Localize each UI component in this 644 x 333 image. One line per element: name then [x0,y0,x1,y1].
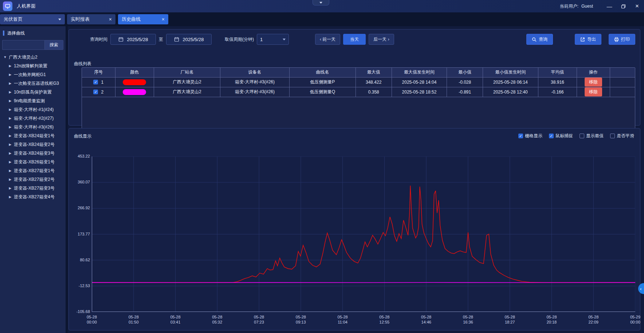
export-button[interactable]: 导出 [575,34,601,45]
close-button[interactable]: × [630,0,644,12]
tree-node[interactable]: ▶一次舱并网柜G1 [0,70,66,79]
caret-right-icon: ▶ [8,82,12,85]
checkbox[interactable]: ✓ [93,80,98,84]
cell-min: -0.028 [447,77,483,87]
chevron-right-icon: › [388,37,389,42]
tree-node-label: 逆变器-XB27箱变2号 [14,177,55,183]
column-header: 操作 [577,68,610,77]
calendar-icon [118,37,123,42]
column-header: 曲线名 [289,68,356,77]
tab-pv-home[interactable]: 光伏首页 [0,14,65,24]
search-input[interactable] [2,40,44,50]
chart-option-label: 是否平滑 [617,133,634,139]
checkbox[interactable] [610,134,615,138]
tree-node-label: 箱变-大坪村-#3(#26) [14,124,54,130]
remove-button[interactable]: 移除 [585,78,602,87]
x-axis-tick-label: 05-2816:36 [455,314,481,325]
y-axis-tick-label: 173.77 [70,232,90,236]
caret-right-icon: ▶ [8,178,12,181]
next-day-button[interactable]: 后一天 › [369,34,394,45]
tree-node[interactable]: ▶箱变-大坪村-#2(#27) [0,114,66,123]
column-header: 厂站名 [154,68,220,77]
query-time-label: 查询时间 [90,36,107,43]
tree-node-root[interactable]: ▼广西大塘灵山2 [0,53,66,62]
tree-node[interactable]: ▶10n防孤岛保护装置 [0,88,66,96]
caret-right-icon: ▶ [8,64,12,68]
tree-node[interactable]: ▶逆变器-XB27箱变3号 [0,184,66,193]
caret-right-icon: ▶ [8,169,12,173]
remove-button[interactable]: 移除 [585,87,602,96]
query-toolbar: 查询时间 2025/5/28 至 2025/5/28 取值周期(分钟) 1 ‹ … [69,34,635,45]
caret-right-icon: ▶ [8,186,12,190]
close-icon[interactable]: × [109,16,112,22]
checkbox[interactable]: ✓ [549,134,554,138]
caret-right-icon: ▶ [8,160,12,164]
restore-button[interactable] [616,0,630,12]
chart-option[interactable]: 是否平滑 [610,133,634,139]
search-icon [532,37,537,42]
caret-right-icon: ▶ [8,151,12,155]
date-to-input[interactable]: 2025/5/28 [166,34,212,45]
current-user: 当前用户:Guest [560,3,593,9]
tree-node[interactable]: ▶箱变-大坪村-#3(#26) [0,123,66,131]
x-axis-tick-label: 05-2809:13 [288,314,314,325]
y-axis-tick-label: -12.53 [70,284,90,288]
minimize-button[interactable]: — [602,0,616,12]
prev-day-button[interactable]: ‹ 前一天 [315,34,340,45]
chart-option-label: 鼠标捕捉 [555,133,573,139]
search-button[interactable]: 搜索 [44,40,63,50]
cell-filler [610,77,635,87]
curve-display-panel: 曲线显示 ✓栅格显示✓鼠标捕捉显示最值是否平滑 453.22360.07266.… [68,128,640,330]
chart-option[interactable]: ✓栅格显示 [518,133,542,139]
tree-node[interactable]: ▶逆变器-XB27箱变2号 [0,175,66,184]
tab-history-curve[interactable]: 历史曲线 × [118,14,168,24]
x-axis-tick-label: 05-2812:55 [371,314,397,325]
date-from-input[interactable]: 2025/5/28 [110,34,156,45]
tree-node-label: 箱变-大坪村-#1(#24) [14,107,54,113]
tree-node[interactable]: ▶逆变器-XB26箱变1号 [0,158,66,166]
tree-node[interactable]: ▶逆变器-XB24箱变1号 [0,131,66,140]
caret-right-icon: ▶ [8,116,12,120]
row-index: 2 [101,90,103,95]
tree-node[interactable]: ▶箱变-大坪村-#1(#24) [0,105,66,114]
chart-plot-area[interactable] [92,156,635,312]
tree-node[interactable]: ▶一次舱变压器进线柜G3 [0,79,66,88]
checkbox[interactable]: ✓ [518,134,523,138]
sidebar-header: 选择曲线 [0,28,66,39]
today-button[interactable]: 当天 [343,34,366,45]
curve-tree: ▼广西大塘灵山2▶12n故障解列装置▶一次舱并网柜G1▶一次舱变压器进线柜G3▶… [0,53,66,201]
column-header: 最大值发生时间 [392,68,447,77]
period-select[interactable]: 1 [257,34,289,45]
table-row: ✓2广西大塘灵山2箱变-大坪村-#3(#26)低压侧测量Q0.3582025-0… [82,87,635,97]
cell-avg: -0.166 [538,87,577,97]
tab-realtime-report[interactable]: 实时报表 × [67,14,115,24]
tree-node[interactable]: ▶逆变器-XB24箱变2号 [0,140,66,149]
tree-node[interactable]: ▶逆变器-XB24箱变3号 [0,149,66,158]
curve-color-pill[interactable] [123,79,146,85]
row-index: 1 [101,80,103,85]
close-icon[interactable]: × [162,16,165,22]
chart-option[interactable]: ✓鼠标捕捉 [549,133,573,139]
print-button[interactable]: 打印 [609,34,635,45]
tree-node[interactable]: ▶12n故障解列装置 [0,62,66,70]
x-axis-tick-label: 05-2900:00 [622,314,644,325]
chart-option-label: 显示最值 [586,133,604,139]
cell-station: 广西大塘灵山2 [154,87,220,97]
query-button[interactable]: 查询 [526,34,553,45]
tree-node[interactable]: ▶逆变器-XB27箱变1号 [0,166,66,175]
column-header: 最小值发生时间 [483,68,538,77]
chart-options: ✓栅格显示✓鼠标捕捉显示最值是否平滑 [518,133,634,139]
checkbox[interactable]: ✓ [93,90,98,94]
sidebar-title: 选择曲线 [7,30,25,36]
caret-right-icon: ▶ [8,195,12,199]
y-axis-tick-label: 360.07 [70,180,90,184]
x-axis-tick-label: 05-2822:09 [580,314,606,325]
checkbox[interactable] [580,134,584,138]
curve-color-pill[interactable] [123,89,146,95]
tree-node[interactable]: ▶逆变器-XB27箱变4号 [0,193,66,201]
chart-option[interactable]: 显示最值 [580,133,604,139]
tree-node[interactable]: ▶9n电能质量监测 [0,96,66,105]
top-collapse-handle[interactable] [313,0,329,5]
x-axis-tick-label: 05-2818:27 [497,314,523,325]
cell-avg: 38.916 [538,77,577,87]
